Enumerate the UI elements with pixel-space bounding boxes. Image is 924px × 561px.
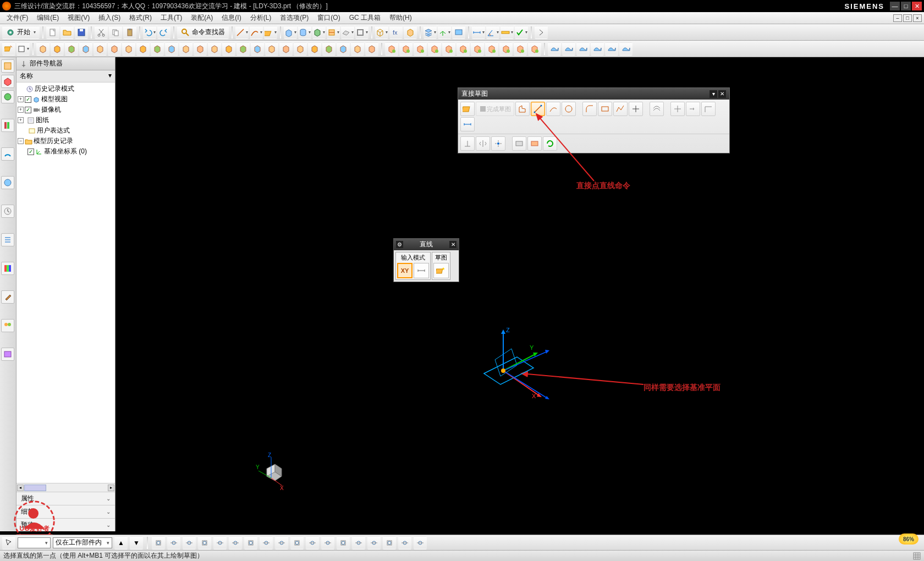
feature-btn-14[interactable] (237, 42, 250, 56)
feature-btn-21[interactable] (337, 42, 350, 56)
menu-view[interactable]: 视图(V) (63, 12, 94, 24)
feature-btn-4[interactable] (94, 42, 107, 56)
sel-down-button[interactable]: ▼ (130, 536, 143, 549)
assoc-btn-5[interactable] (457, 42, 470, 56)
tree-model-view[interactable]: +✓模型视图 (16, 94, 115, 105)
layer-button[interactable]: ▾ (424, 26, 437, 39)
maximize-button[interactable]: □ (901, 2, 911, 10)
feature-btn-9[interactable] (165, 42, 178, 56)
convert-btn[interactable] (512, 136, 526, 151)
corner-button[interactable] (701, 102, 716, 116)
undo-button[interactable]: ▾ (143, 26, 156, 39)
assoc-btn-8[interactable] (499, 42, 513, 56)
mdi-restore[interactable]: □ (903, 14, 912, 22)
nav-history-button[interactable] (1, 205, 14, 218)
direct-sketch-panel[interactable]: 直接草图 ▾ ✕ 完成草图 (458, 87, 730, 153)
mdi-min[interactable]: – (893, 14, 902, 22)
constraint-btn-3[interactable] (491, 136, 505, 151)
checkbox[interactable]: ✓ (25, 96, 31, 103)
copy-button[interactable] (109, 26, 122, 39)
xy-mode-button[interactable]: XY (397, 263, 413, 278)
surf-btn-2[interactable] (576, 42, 590, 56)
nav-books-button[interactable] (1, 119, 14, 132)
menu-window[interactable]: 窗口(O) (313, 12, 344, 24)
feature-btn-8[interactable] (151, 42, 164, 56)
assoc-btn-10[interactable] (528, 42, 541, 56)
sketch-on-plane-button[interactable] (433, 263, 449, 278)
tree-model-history[interactable]: −模型历史记录 (16, 136, 115, 146)
assoc-btn-7[interactable] (485, 42, 498, 56)
panel-options-button[interactable]: ▾ (710, 90, 717, 98)
expand-icon[interactable]: + (18, 117, 24, 123)
mdi-close[interactable]: × (913, 14, 922, 22)
scroll-left[interactable]: ◂ (17, 485, 24, 491)
zoom-indicator[interactable]: 86% (899, 534, 919, 544)
snap-btn-4[interactable] (213, 536, 227, 549)
checkbox[interactable]: ✓ (25, 107, 31, 113)
box-button[interactable]: ▾ (16, 42, 30, 56)
feature-btn-12[interactable] (208, 42, 221, 56)
graphics-viewport[interactable]: 直接草图 ▾ ✕ 完成草图 (116, 57, 924, 531)
datum-button[interactable]: ▾ (264, 26, 277, 39)
menu-format[interactable]: 格式(R) (125, 12, 156, 24)
start-button[interactable]: 开始▾ (2, 26, 40, 39)
menu-prefs[interactable]: 首选项(P) (276, 12, 313, 24)
menu-tools[interactable]: 工具(T) (156, 12, 186, 24)
open-button[interactable] (61, 26, 74, 39)
reattach-btn[interactable] (527, 136, 542, 151)
feature-btn-13[interactable] (222, 42, 235, 56)
snap-btn-3[interactable] (198, 536, 211, 549)
wcs-button[interactable]: ▾ (438, 26, 451, 39)
angle-button[interactable]: ▾ (486, 26, 499, 39)
feature-btn-1[interactable] (51, 42, 64, 56)
snap-btn-11[interactable] (321, 536, 334, 549)
feature-btn-18[interactable] (294, 42, 307, 56)
col-dropdown[interactable]: ▾ (108, 72, 112, 81)
constraint-btn-1[interactable] (460, 136, 475, 151)
feature-btn-11[interactable] (194, 42, 207, 56)
menu-info[interactable]: 信息(I) (217, 12, 245, 24)
feature-btn-19[interactable] (308, 42, 321, 56)
assoc-btn-0[interactable] (385, 42, 398, 56)
expressions-button[interactable]: fx (389, 26, 403, 39)
snap-btn-12[interactable] (337, 536, 350, 549)
snap-btn-7[interactable] (260, 536, 273, 549)
nav-reuse-button[interactable] (1, 90, 14, 103)
nav-part-button[interactable] (1, 75, 14, 88)
feature-btn-5[interactable] (108, 42, 121, 56)
assoc-btn-3[interactable] (428, 42, 441, 56)
view-setup-button[interactable] (452, 26, 465, 39)
grid-icon[interactable] (913, 552, 921, 560)
rectangle-button[interactable] (598, 102, 612, 116)
feature-btn-3[interactable] (79, 42, 92, 56)
checkbox[interactable]: ✓ (28, 148, 34, 155)
surf-btn-5[interactable] (619, 42, 632, 56)
close-button[interactable]: ✕ (912, 2, 922, 10)
nav-assembly-button[interactable] (1, 59, 14, 73)
sketch-env-button[interactable] (460, 102, 475, 116)
nav-browser-button[interactable] (1, 176, 14, 189)
nav-roles-button[interactable] (1, 319, 14, 332)
snap-btn-0[interactable] (152, 536, 165, 549)
snap-btn-8[interactable] (275, 536, 288, 549)
paste-button[interactable] (123, 26, 136, 39)
command-finder-button[interactable]: 命令查找器 (177, 26, 229, 39)
feature-btn-6[interactable] (122, 42, 135, 56)
extend-curve-button[interactable] (686, 102, 700, 116)
arc-tool-button[interactable]: ▾ (250, 26, 263, 39)
check-button[interactable]: ▾ (515, 26, 528, 39)
analysis-button[interactable]: ▾ (501, 26, 514, 39)
shell-button[interactable]: ▾ (355, 26, 369, 39)
menu-edit[interactable]: 编辑(E) (32, 12, 63, 24)
surf-btn-0[interactable] (548, 42, 561, 56)
offset-button[interactable]: ▾ (341, 26, 354, 39)
h-scrollbar[interactable]: ◂ ▸ (16, 483, 115, 492)
assoc-btn-4[interactable] (442, 42, 455, 56)
boolean-button[interactable]: ▾ (312, 26, 326, 39)
assoc-btn-6[interactable] (471, 42, 484, 56)
scroll-thumb[interactable] (24, 485, 46, 491)
pin-icon[interactable] (20, 60, 28, 68)
snap-btn-16[interactable] (398, 536, 411, 549)
new-button[interactable] (46, 26, 59, 39)
more-button[interactable] (535, 26, 548, 39)
